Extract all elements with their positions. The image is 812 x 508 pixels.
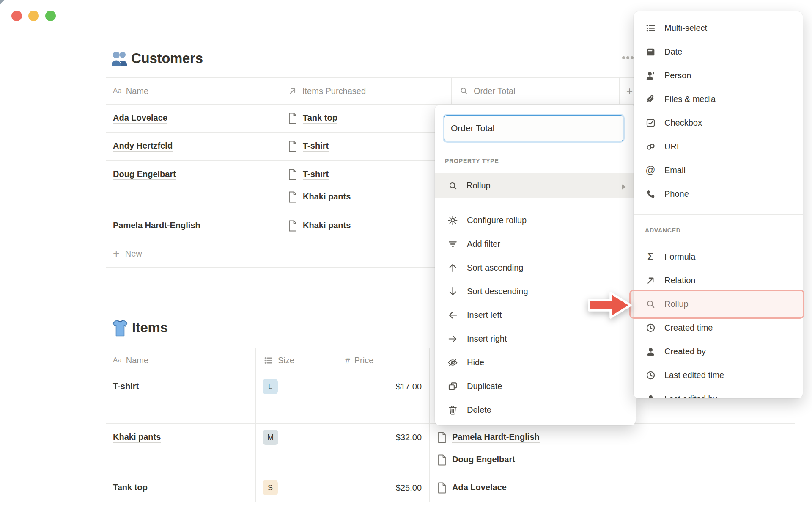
items-purchased-cell[interactable]: Tank top <box>280 105 452 132</box>
column-header-order-total[interactable]: Order Total <box>452 78 620 104</box>
menu-item-label: Delete <box>467 405 491 415</box>
plus-icon: + <box>626 85 633 98</box>
purchased-by-cell[interactable]: Pamela Hardt-English Doug Engelbart <box>430 424 596 474</box>
menu-item-date[interactable]: Date <box>634 40 803 64</box>
page-link[interactable]: Ada Lovelace <box>113 113 167 124</box>
price-cell[interactable]: $17.00 <box>338 373 430 423</box>
menu-item-delete[interactable]: Delete <box>435 398 636 422</box>
table-row[interactable]: Tank top S $25.00 Ada Lovelace <box>106 474 795 502</box>
menu-item-last-edited-by[interactable]: Last edited by <box>634 387 803 398</box>
menu-item-formula[interactable]: Σ Formula <box>634 245 803 268</box>
page-link[interactable]: Ada Lovelace <box>452 483 507 493</box>
menu-item-email[interactable]: @ Email <box>634 158 803 182</box>
page-link[interactable]: Pamela Hardt-English <box>113 221 200 231</box>
ellipsis-icon <box>626 56 629 59</box>
magnifier-icon <box>447 180 458 191</box>
column-header-name[interactable]: Aa Name <box>106 78 280 104</box>
price-cell[interactable]: $32.00 <box>338 424 430 474</box>
name-cell[interactable]: Pamela Hardt-English <box>106 212 280 240</box>
column-header-size[interactable]: Size <box>256 348 338 373</box>
name-cell[interactable]: Khaki pants <box>106 424 256 474</box>
menu-item-hide[interactable]: Hide <box>435 351 636 374</box>
gear-icon <box>447 215 458 226</box>
menu-item-label: URL <box>664 142 681 152</box>
table-row[interactable]: Khaki pants M $32.00 Pamela Hardt-Englis… <box>106 424 795 474</box>
menu-item-created-by[interactable]: Created by <box>634 340 803 363</box>
page-link[interactable]: T-shirt <box>303 169 329 180</box>
menu-item-person[interactable]: Person <box>634 64 803 87</box>
empty-cell <box>596 424 795 474</box>
menu-item-created-time[interactable]: Created time <box>634 316 803 340</box>
page-link[interactable]: Doug Engelbart <box>452 455 515 465</box>
trash-icon <box>447 404 458 415</box>
menu-item-multi-select[interactable]: Multi-select <box>634 16 803 40</box>
items-purchased-cell[interactable]: T-shirt Khaki pants <box>280 161 452 212</box>
page-link[interactable]: T-shirt <box>113 381 139 392</box>
name-cell[interactable]: Ada Lovelace <box>106 105 280 132</box>
new-row-label: New <box>125 249 142 259</box>
menu-item-files-media[interactable]: Files & media <box>634 87 803 111</box>
column-label: Items Purchased <box>302 86 366 96</box>
items-purchased-cell[interactable]: Khaki pants <box>280 212 452 240</box>
size-tag[interactable]: S <box>263 480 278 495</box>
size-tag[interactable]: L <box>263 379 278 394</box>
menu-item-relation[interactable]: Relation <box>634 268 803 292</box>
menu-item-rollup[interactable]: Rollup <box>634 292 803 316</box>
menu-item-last-edited-time[interactable]: Last edited time <box>634 363 803 387</box>
table-options-button[interactable] <box>622 56 634 59</box>
page-link[interactable]: Khaki pants <box>113 432 161 443</box>
zoom-button[interactable] <box>45 11 56 21</box>
property-name-input[interactable] <box>444 115 623 141</box>
purchased-by-cell[interactable]: Ada Lovelace <box>430 474 596 502</box>
items-purchased-cell[interactable]: T-shirt <box>280 133 452 160</box>
menu-item-add-filter[interactable]: Add filter <box>435 232 636 256</box>
page-icon <box>287 191 298 202</box>
person-icon <box>645 70 656 81</box>
column-header-items-purchased[interactable]: Items Purchased <box>280 78 452 104</box>
size-cell[interactable]: L <box>256 373 338 423</box>
price-cell[interactable]: $25.00 <box>338 474 430 502</box>
menu-item-url[interactable]: URL <box>634 135 803 158</box>
size-tag[interactable]: M <box>263 430 278 445</box>
name-cell[interactable]: T-shirt <box>106 373 256 423</box>
number-property-icon: # <box>345 356 350 366</box>
menu-item-checkbox[interactable]: Checkbox <box>634 111 803 135</box>
name-cell[interactable]: Andy Hertzfeld <box>106 133 280 160</box>
menu-item-configure-rollup[interactable]: Configure rollup <box>435 208 636 232</box>
page-link[interactable]: Pamela Hardt-English <box>452 432 540 443</box>
page-link[interactable]: Khaki pants <box>303 221 351 231</box>
size-cell[interactable]: M <box>256 424 338 474</box>
menu-item-label: Add filter <box>467 239 500 249</box>
arrow-left-icon <box>447 309 458 320</box>
menu-item-label: Person <box>664 71 691 80</box>
menu-item-property-type-rollup[interactable]: Rollup <box>435 173 636 198</box>
clock-icon <box>645 322 656 333</box>
size-cell[interactable]: S <box>256 474 338 502</box>
menu-item-duplicate[interactable]: Duplicate <box>435 374 636 398</box>
sigma-icon: Σ <box>645 251 656 262</box>
minimize-button[interactable] <box>28 11 39 21</box>
page-link[interactable]: Khaki pants <box>303 192 351 202</box>
column-header-price[interactable]: # Price <box>338 348 430 373</box>
price-value: $17.00 <box>396 379 422 394</box>
relation-arrow-icon <box>645 275 656 286</box>
page-link[interactable]: Tank top <box>303 113 337 124</box>
checkbox-icon <box>645 117 656 128</box>
column-header-name[interactable]: Aa Name <box>106 348 256 373</box>
page-icon <box>436 482 447 493</box>
name-cell[interactable]: Doug Engelbart <box>106 161 280 212</box>
page-link[interactable]: Doug Engelbart <box>113 169 176 180</box>
menu-item-phone[interactable]: Phone <box>634 182 803 206</box>
text-property-icon: Aa <box>113 356 122 364</box>
arrow-right-icon <box>447 333 458 344</box>
column-label: Name <box>126 356 148 365</box>
name-cell[interactable]: Tank top <box>106 474 256 502</box>
filter-icon <box>447 238 458 249</box>
menu-item-sort-ascending[interactable]: Sort ascending <box>435 256 636 279</box>
page-icon <box>287 113 298 124</box>
menu-item-insert-right[interactable]: Insert right <box>435 327 636 351</box>
page-link[interactable]: T-shirt <box>303 141 329 152</box>
page-link[interactable]: Andy Hertzfeld <box>113 141 173 152</box>
page-link[interactable]: Tank top <box>113 483 148 493</box>
close-button[interactable] <box>11 11 22 21</box>
